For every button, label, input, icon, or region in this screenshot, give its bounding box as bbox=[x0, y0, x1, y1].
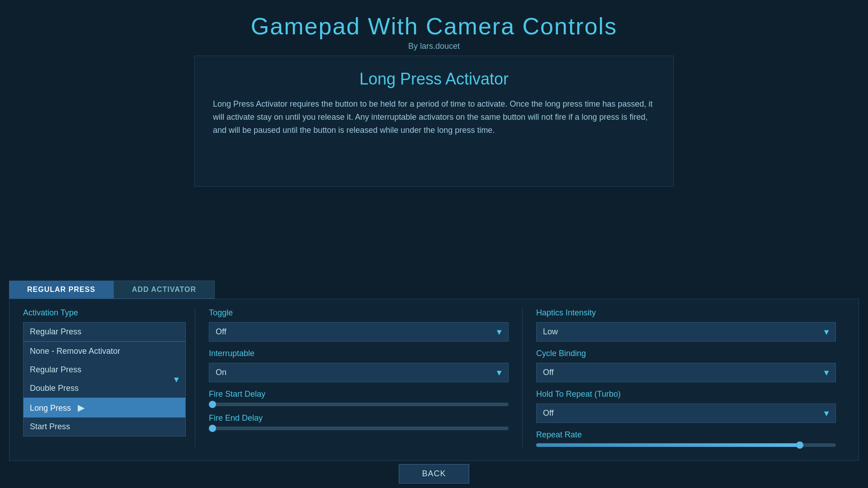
option-start-press[interactable]: Start Press bbox=[24, 418, 185, 436]
repeat-rate-section: Repeat Rate bbox=[536, 430, 836, 447]
toggle-value[interactable]: Off bbox=[209, 322, 509, 342]
panel-title: Long Press Activator bbox=[213, 70, 655, 89]
hold-to-repeat-dropdown[interactable]: Off ▼ bbox=[536, 404, 836, 423]
activation-type-selected[interactable]: Regular Press ▼ bbox=[23, 322, 186, 342]
cycle-binding-dropdown[interactable]: Off ▼ bbox=[536, 363, 836, 382]
option-double-press[interactable]: Double Press bbox=[24, 379, 185, 398]
activation-type-list: None - Remove Activator Regular Press Do… bbox=[23, 342, 186, 436]
fire-end-delay-track[interactable] bbox=[209, 427, 509, 430]
activation-type-dropdown[interactable]: Regular Press ▼ None - Remove Activator … bbox=[23, 322, 186, 436]
tab-regular-press[interactable]: REGULAR PRESS bbox=[9, 281, 113, 299]
interruptable-dropdown[interactable]: On ▼ bbox=[209, 363, 509, 382]
activation-type-label: Activation Type bbox=[23, 308, 186, 318]
interruptable-label: Interruptable bbox=[209, 349, 509, 358]
repeat-rate-fill bbox=[536, 443, 800, 447]
toggle-dropdown[interactable]: Off ▼ bbox=[209, 322, 509, 342]
cycle-binding-value[interactable]: Off bbox=[536, 363, 836, 382]
fire-end-delay-section: Fire End Delay bbox=[209, 413, 509, 430]
repeat-rate-label: Repeat Rate bbox=[536, 430, 836, 440]
controls-area: Activation Type Regular Press ▼ None - R… bbox=[9, 299, 859, 461]
repeat-rate-thumb[interactable] bbox=[796, 441, 803, 449]
fire-end-delay-thumb[interactable] bbox=[209, 425, 216, 432]
tabs-row: REGULAR PRESS ADD ACTIVATOR bbox=[9, 281, 859, 299]
fire-start-delay-label: Fire Start Delay bbox=[209, 389, 509, 399]
hold-to-repeat-value[interactable]: Off bbox=[536, 404, 836, 423]
toggle-label: Toggle bbox=[209, 308, 509, 318]
interruptable-value[interactable]: On bbox=[209, 363, 509, 382]
haptics-label: Haptics Intensity bbox=[536, 308, 836, 318]
description-panel: Long Press Activator Long Press Activato… bbox=[194, 56, 674, 187]
fire-start-delay-section: Fire Start Delay bbox=[209, 389, 509, 406]
page-title: Gamepad With Camera Controls bbox=[0, 13, 868, 40]
hold-to-repeat-label: Hold To Repeat (Turbo) bbox=[536, 389, 836, 399]
bottom-section: REGULAR PRESS ADD ACTIVATOR Activation T… bbox=[0, 281, 868, 461]
option-long-press[interactable]: Long Press ▶ bbox=[24, 398, 185, 418]
fire-end-delay-label: Fire End Delay bbox=[209, 413, 509, 423]
option-regular-press[interactable]: Regular Press bbox=[24, 361, 185, 379]
tab-add-activator[interactable]: ADD ACTIVATOR bbox=[113, 281, 215, 299]
page-title-section: Gamepad With Camera Controls By lars.dou… bbox=[0, 0, 868, 56]
panel-description: Long Press Activator requires the button… bbox=[213, 98, 655, 136]
fire-start-delay-track[interactable] bbox=[209, 403, 509, 406]
fire-start-delay-thumb[interactable] bbox=[209, 401, 216, 408]
right-col: Haptics Intensity Low ▼ Cycle Binding Of… bbox=[523, 308, 845, 447]
repeat-rate-track[interactable] bbox=[536, 443, 836, 447]
haptics-value[interactable]: Low bbox=[536, 322, 836, 342]
page-subtitle: By lars.doucet bbox=[0, 42, 868, 51]
back-button[interactable]: BACK bbox=[399, 464, 469, 483]
haptics-dropdown[interactable]: Low ▼ bbox=[536, 322, 836, 342]
activation-type-col: Activation Type Regular Press ▼ None - R… bbox=[23, 308, 195, 447]
back-button-row: BACK bbox=[0, 464, 868, 483]
option-none-remove[interactable]: None - Remove Activator bbox=[24, 342, 185, 361]
middle-col: Toggle Off ▼ Interruptable On ▼ Fire Sta… bbox=[195, 308, 523, 447]
cycle-binding-label: Cycle Binding bbox=[536, 349, 836, 358]
cursor-arrow-icon: ▶ bbox=[78, 402, 85, 413]
